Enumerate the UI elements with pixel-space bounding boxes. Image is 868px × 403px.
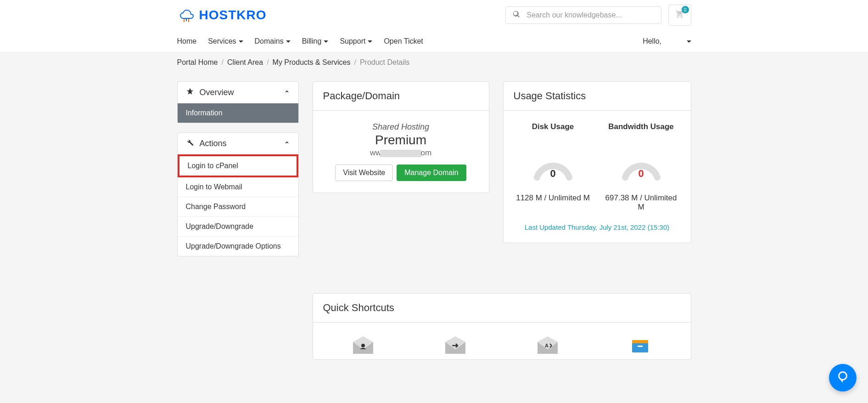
envelope-reply-icon: A [535, 336, 560, 355]
right-column: Usage Statistics Disk Usage 0 1128 M / U… [503, 81, 691, 266]
disk-usage-detail: 1128 M / Unlimited M [516, 193, 590, 203]
bandwidth-usage-detail: 697.38 M / Unlimited M [602, 193, 681, 212]
package-domain: wwom [323, 148, 479, 158]
caret-down-icon [368, 40, 372, 43]
disk-usage-title: Disk Usage [532, 122, 574, 143]
usage-statistics-card: Usage Statistics Disk Usage 0 1128 M / U… [503, 81, 691, 243]
envelope-arrow-icon [443, 336, 468, 355]
bandwidth-gauge-value: 0 [618, 168, 664, 180]
shortcut-file-manager[interactable] [627, 336, 653, 355]
sidebar-item-upgrade-downgrade[interactable]: Upgrade/Downgrade [178, 217, 298, 237]
nav-billing[interactable]: Billing [302, 30, 329, 52]
drawer-icon [627, 336, 653, 355]
svg-rect-6 [632, 343, 648, 352]
actions-panel: Actions Login to cPanel Login to Webmail… [177, 132, 299, 256]
disk-gauge: 0 [530, 150, 576, 182]
logo-text: HOSTKRO [199, 8, 267, 23]
domain-mask [380, 150, 421, 157]
caret-down-icon [324, 40, 328, 43]
svg-point-3 [361, 344, 365, 347]
search-icon [513, 11, 527, 20]
wrench-icon [186, 138, 194, 148]
actions-panel-header[interactable]: Actions [178, 133, 298, 154]
nav-open-ticket[interactable]: Open Ticket [384, 30, 423, 52]
search-box[interactable] [505, 6, 661, 24]
cloud-logo-icon [177, 6, 196, 24]
chevron-up-icon [284, 139, 290, 148]
sidebar-item-login-webmail[interactable]: Login to Webmail [178, 177, 298, 197]
nav-services[interactable]: Services [208, 30, 243, 52]
svg-text:A: A [545, 343, 549, 348]
sidebar-item-information[interactable]: Information [178, 103, 298, 123]
quick-shortcuts-card: Quick Shortcuts A [313, 293, 691, 360]
breadcrumb-client-area[interactable]: Client Area [227, 58, 263, 67]
nav-home[interactable]: Home [177, 30, 197, 52]
sidebar-item-change-password[interactable]: Change Password [178, 197, 298, 217]
overview-title: Overview [200, 88, 234, 97]
usage-statistics-title: Usage Statistics [514, 90, 681, 102]
overview-panel-header[interactable]: Overview [178, 82, 298, 103]
chat-icon [836, 370, 850, 378]
actions-title: Actions [200, 139, 227, 148]
manage-domain-button[interactable]: Manage Domain [397, 165, 466, 181]
breadcrumb-current: Product Details [360, 58, 410, 67]
svg-rect-7 [638, 346, 643, 347]
search-input[interactable] [527, 11, 654, 19]
caret-down-icon [286, 40, 291, 43]
nav-user-menu[interactable]: Hello, [643, 30, 691, 52]
package-domain-card: Package/Domain Shared Hosting Premium ww… [313, 81, 489, 193]
disk-gauge-value: 0 [530, 168, 576, 180]
header-top: HOSTKRO 0 [0, 0, 868, 30]
nav-domains[interactable]: Domains [255, 30, 291, 52]
overview-panel: Overview Information [177, 81, 299, 123]
bandwidth-gauge: 0 [618, 150, 664, 182]
logo[interactable]: HOSTKRO [177, 6, 267, 24]
visit-website-button[interactable]: Visit Website [335, 165, 393, 181]
center-column: Package/Domain Shared Hosting Premium ww… [313, 81, 489, 266]
sidebar: Overview Information Actions [177, 81, 299, 266]
package-type: Shared Hosting [323, 122, 479, 132]
disk-usage-column: Disk Usage 0 1128 M / Unlimited M [514, 122, 593, 212]
cart-button[interactable]: 0 [668, 5, 691, 26]
bandwidth-usage-title: Bandwidth Usage [608, 122, 674, 143]
last-updated: Last Updated Thursday, July 21st, 2022 (… [514, 223, 681, 231]
nav-support[interactable]: Support [340, 30, 372, 52]
breadcrumb: Portal Home / Client Area / My Products … [177, 58, 691, 67]
breadcrumb-my-products[interactable]: My Products & Services [273, 58, 351, 67]
quick-shortcuts-title: Quick Shortcuts [323, 302, 681, 314]
breadcrumb-portal-home[interactable]: Portal Home [177, 58, 218, 67]
cart-icon [675, 12, 684, 20]
package-name: Premium [323, 133, 479, 148]
bandwidth-usage-column: Bandwidth Usage 0 697.38 M / Unlimited M [602, 122, 681, 212]
package-domain-title: Package/Domain [323, 90, 479, 102]
sidebar-item-login-cpanel[interactable]: Login to cPanel [178, 154, 298, 177]
cart-badge: 0 [682, 6, 689, 13]
shortcut-email-forwarder[interactable] [443, 336, 468, 355]
shortcut-autoresponder[interactable]: A [535, 336, 560, 355]
envelope-user-icon [351, 336, 376, 355]
breadcrumb-bar: Portal Home / Client Area / My Products … [0, 53, 868, 72]
caret-down-icon [239, 40, 243, 43]
nav-bar: Home Services Domains Billing Support Op… [0, 30, 868, 53]
shortcut-email-account[interactable] [351, 336, 376, 355]
chevron-up-icon [284, 88, 290, 96]
sidebar-item-upgrade-downgrade-options[interactable]: Upgrade/Downgrade Options [178, 237, 298, 256]
caret-down-icon [687, 40, 691, 43]
star-icon [186, 87, 194, 97]
